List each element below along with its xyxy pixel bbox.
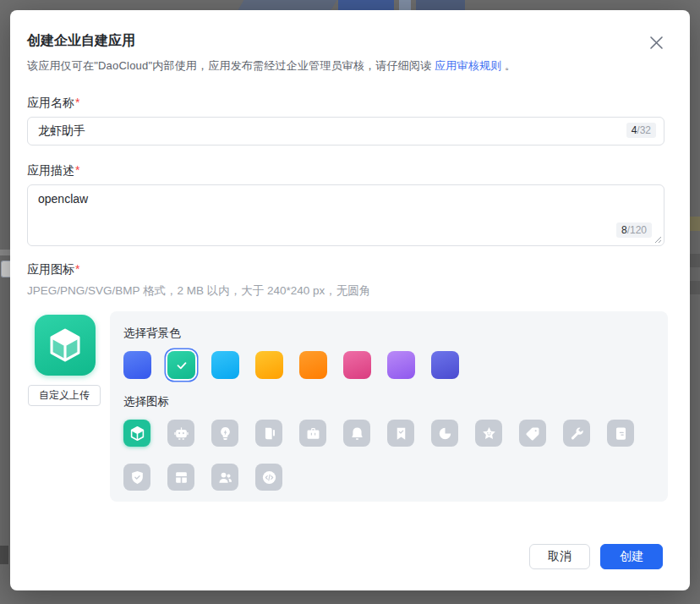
icon-choice-bell[interactable] (343, 420, 370, 447)
name-char-counter: 4/32 (626, 123, 656, 138)
layout-icon (173, 469, 189, 486)
check-icon (175, 359, 189, 372)
required-asterisk: * (75, 96, 79, 109)
icon-choice-wrench[interactable] (563, 420, 590, 447)
close-icon[interactable] (646, 32, 666, 52)
app-desc-field-wrap: openclaw 8/120 (27, 184, 664, 246)
team-icon (217, 469, 233, 486)
app-icon-label: 应用图标* (27, 262, 79, 277)
wrench-icon (569, 426, 585, 442)
icon-choice-team[interactable] (211, 464, 238, 491)
create-button[interactable]: 创建 (600, 544, 663, 569)
icon-choice-book[interactable] (255, 420, 282, 447)
icon-choice-document[interactable] (607, 420, 634, 447)
bg-color-swatch-teal[interactable] (167, 351, 195, 379)
app-desc-label: 应用描述* (27, 163, 79, 178)
desc-char-counter: 8/120 (616, 222, 652, 238)
background-box-fragment (1, 261, 10, 277)
app-desc-textarea[interactable]: openclaw (28, 185, 664, 245)
star-smile-icon (481, 426, 497, 442)
create-app-dialog: 创建企业自建应用 该应用仅可在"DaoCloud"内部使用，应用发布需经过企业管… (10, 10, 690, 590)
bg-color-swatch-indigo[interactable] (431, 351, 459, 379)
robot-icon (173, 426, 189, 442)
icon-choice-tag[interactable] (519, 420, 546, 447)
bookmark-check-icon (393, 426, 409, 442)
shield-check-icon (129, 469, 145, 486)
required-asterisk: * (75, 262, 79, 276)
icon-choice-code[interactable] (255, 464, 282, 491)
icon-choice-lightbulb[interactable] (211, 420, 238, 447)
required-asterisk: * (75, 163, 79, 177)
icon-choice-star-smile[interactable] (475, 420, 502, 447)
bg-color-swatch-pink[interactable] (343, 351, 371, 379)
background-block-fragment (0, 546, 8, 564)
icon-choice-layout[interactable] (167, 464, 194, 491)
tag-icon (525, 426, 541, 442)
icon-choice-grid (123, 420, 654, 491)
resize-handle-icon[interactable] (654, 236, 662, 244)
bg-color-swatch-royal-blue[interactable] (123, 351, 151, 379)
dialog-title: 创建企业自建应用 (27, 32, 135, 50)
bg-color-swatch-cyan[interactable] (211, 351, 239, 379)
code-circle-icon (261, 469, 277, 486)
cube-icon (129, 426, 145, 442)
pie-chart-icon (437, 426, 453, 442)
icon-choice-cube[interactable] (123, 420, 150, 447)
bg-color-swatch-orange[interactable] (299, 351, 327, 379)
icon-choice-shield-check[interactable] (123, 464, 150, 491)
icon-choice-bookmark-check[interactable] (387, 420, 414, 447)
bg-color-swatch-row (123, 351, 654, 379)
icon-choice-briefcase[interactable] (299, 420, 326, 447)
dialog-subtitle: 该应用仅可在"DaoCloud"内部使用，应用发布需经过企业管理员审核，请仔细阅… (27, 58, 516, 74)
app-name-field-wrap: 4/32 (27, 117, 664, 146)
background-text-fragment (0, 250, 10, 255)
bg-color-swatch-amber[interactable] (255, 351, 283, 379)
review-rules-link[interactable]: 应用审核规则 (435, 59, 501, 72)
dialog-footer: 取消 创建 (529, 544, 663, 569)
cancel-button[interactable]: 取消 (529, 544, 590, 569)
background-banner-fragment (238, 0, 337, 10)
bg-color-swatch-purple[interactable] (387, 351, 415, 379)
bell-icon (349, 426, 365, 442)
bg-color-section-label: 选择背景色 (123, 326, 654, 341)
app-icon-preview (35, 315, 96, 376)
book-icon (261, 426, 277, 442)
cube-icon (46, 327, 84, 364)
icon-choice-robot[interactable] (167, 420, 194, 447)
app-name-input[interactable] (28, 118, 664, 145)
icon-format-hint: JPEG/PNG/SVG/BMP 格式，2 MB 以内，大于 240*240 p… (27, 283, 370, 299)
document-icon (613, 426, 629, 442)
icon-picker-panel: 选择背景色 选择图标 (110, 311, 668, 502)
icon-choice-pie[interactable] (431, 420, 458, 447)
icon-section-label: 选择图标 (123, 394, 654, 409)
custom-upload-button[interactable]: 自定义上传 (28, 385, 101, 406)
briefcase-icon (305, 426, 321, 442)
lightbulb-flash-icon (217, 426, 233, 442)
app-name-label: 应用名称* (27, 96, 79, 111)
